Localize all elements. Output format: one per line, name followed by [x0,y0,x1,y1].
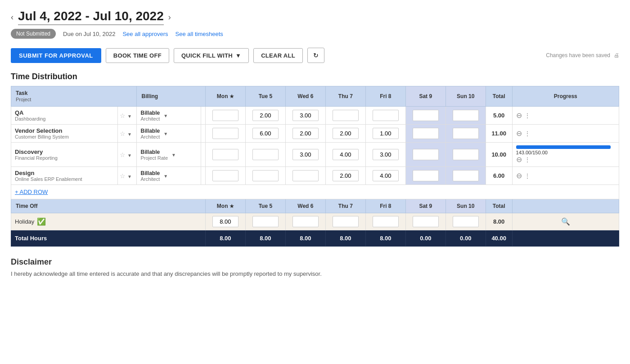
billing-dropdown-arrow[interactable]: ▼ [163,174,168,179]
star-icon[interactable]: ☆ [120,151,126,158]
billing-label: Billable [140,128,160,134]
thu-col-header: Thu 7 [325,86,365,107]
more-options-button[interactable]: ⋮ [524,130,531,137]
thu-input[interactable] [333,170,359,181]
row-dropdown-arrow[interactable]: ▼ [127,132,132,137]
fri-input[interactable] [373,110,399,121]
billing-dropdown-arrow[interactable]: ▼ [163,113,168,118]
billing-sub: Project Rate [140,155,168,161]
wed-input[interactable] [292,170,319,181]
remove-button[interactable]: ⊖ [516,112,522,119]
tue-input[interactable] [252,170,279,181]
table-row: Vendor Selection Customer Billing System… [11,125,619,143]
row-dropdown-arrow[interactable]: ▼ [127,174,132,179]
billing-label: Billable [140,110,160,116]
holiday-sun-input[interactable] [453,216,479,227]
holiday-tue-input[interactable] [252,216,279,227]
fri-input[interactable] [373,128,399,139]
holiday-mon-input[interactable] [212,216,238,227]
total-total: 40.00 [486,230,512,247]
clear-all-button[interactable]: CLEAR ALL [253,48,303,63]
billing-dropdown-arrow[interactable]: ▼ [163,131,168,136]
billing-dropdown-arrow[interactable]: ▼ [171,153,176,157]
wed-col-header: Wed 6 [285,86,325,107]
print-icon[interactable]: 🖨 [614,52,619,58]
tue-col-header: Tue 5 [245,86,285,107]
add-row-row: + ADD ROW [11,185,619,199]
more-options-button[interactable]: ⋮ [524,172,531,180]
billing-col-header: Billing [137,86,205,107]
tue-input[interactable] [252,110,279,121]
add-row-button[interactable]: + ADD ROW [11,185,619,199]
total-wed: 8.00 [285,230,325,247]
holiday-wed-input[interactable] [292,216,319,227]
status-badge: Not Submitted [11,29,56,39]
holiday-fri-input[interactable] [373,216,399,227]
submit-for-approval-button[interactable]: SUBMIT FOR APPROVAL [11,48,101,63]
row-total: 6.00 [486,167,512,185]
time-distribution-title: Time Distribution [11,72,619,81]
billing-label: Billable [140,170,160,176]
next-arrow[interactable]: › [168,13,171,22]
quick-fill-button[interactable]: QUICK FILL WITH ▼ [174,48,249,63]
row-progress: 143.00/150.00 ⊖ ⋮ [512,143,619,167]
holiday-sat-input[interactable] [413,216,439,227]
remove-button[interactable]: ⊖ [516,172,522,180]
mon-input[interactable] [212,110,238,121]
billing-sub: Architect [140,116,160,121]
more-options-button[interactable]: ⋮ [524,112,531,119]
total-row: Total Hours 8.00 8.00 8.00 8.00 8.00 0.0… [11,230,619,247]
sat-input[interactable] [413,128,439,139]
see-approvers-link[interactable]: See all approvers [122,31,168,37]
tue-input[interactable] [252,149,279,160]
sun-input[interactable] [453,128,479,139]
holiday-check-icon: ✅ [37,217,46,226]
tue-input[interactable] [252,128,279,139]
disclaimer-title: Disclaimer [11,257,619,267]
refresh-button[interactable]: ↻ [307,48,324,63]
wed-input[interactable] [292,149,319,160]
task-name: Vendor Selection [15,127,114,134]
holiday-thu-input[interactable] [333,216,359,227]
thu-input[interactable] [333,149,359,160]
mon-input[interactable] [212,128,238,139]
total-thu: 8.00 [325,230,365,247]
total-tue: 8.00 [245,230,285,247]
sat-input[interactable] [413,110,439,121]
fri-input[interactable] [373,170,399,181]
row-dropdown-arrow[interactable]: ▼ [127,114,132,119]
sat-input[interactable] [413,170,439,181]
sun-input[interactable] [453,170,479,181]
sun-input[interactable] [453,110,479,121]
thu-input[interactable] [333,110,359,121]
billing-sub: Architect [140,134,160,139]
wed-input[interactable] [292,128,319,139]
billing-label: Billable [140,149,168,155]
mon-input[interactable] [212,170,238,181]
star-icon[interactable]: ☆ [120,130,126,137]
remove-button[interactable]: ⊖ [516,130,522,137]
remove-button[interactable]: ⊖ [516,156,522,163]
date-range: Jul 4, 2022 - Jul 10, 2022 [18,9,164,25]
holiday-row: Holiday ✅ 8.00 🔍 [11,213,619,230]
more-options-button[interactable]: ⋮ [524,156,531,163]
task-name: Discovery [15,148,114,155]
row-total: 11.00 [486,125,512,143]
holiday-label-text: Holiday [15,218,34,225]
mon-input[interactable] [212,149,238,160]
sun-input[interactable] [453,149,479,160]
total-mon: 8.00 [205,230,245,247]
table-header-row: Task Project Billing Mon ★ Tue 5 Wed 6 T… [11,86,619,107]
star-icon[interactable]: ☆ [120,112,126,119]
prev-arrow[interactable]: ‹ [11,13,14,22]
wed-input[interactable] [292,110,319,121]
search-icon[interactable]: 🔍 [561,218,570,225]
thu-input[interactable] [333,128,359,139]
book-time-off-button[interactable]: BOOK TIME OFF [106,48,169,63]
total-col-header: Total [486,86,512,107]
sat-input[interactable] [413,149,439,160]
see-timesheets-link[interactable]: See all timesheets [176,31,223,37]
fri-input[interactable] [373,149,399,160]
row-dropdown-arrow[interactable]: ▼ [127,153,132,158]
star-icon[interactable]: ☆ [120,172,126,180]
